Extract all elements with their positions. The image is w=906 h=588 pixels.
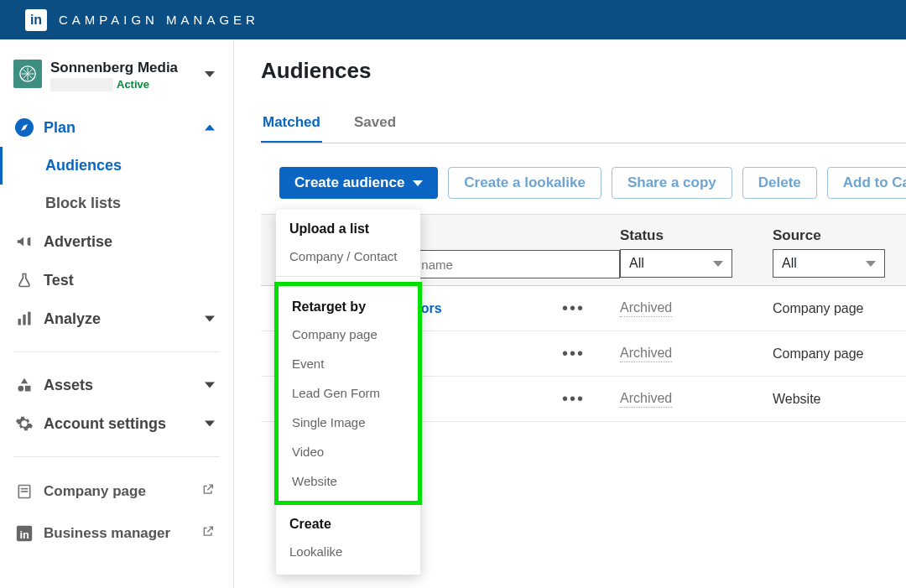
svg-rect-9 <box>21 492 28 493</box>
row-actions-button[interactable]: ••• <box>562 299 585 318</box>
svg-rect-2 <box>18 319 21 325</box>
source-value: Company page <box>773 346 864 361</box>
gear-icon <box>13 413 35 434</box>
external-link-icon <box>201 483 215 501</box>
chevron-down-icon <box>205 316 215 322</box>
account-switcher[interactable]: Sonnenberg Media Active <box>0 55 233 103</box>
status-value: Archived <box>620 346 672 362</box>
account-avatar-icon <box>13 60 42 88</box>
share-copy-button[interactable]: Share a copy <box>612 167 732 199</box>
top-bar: in CAMPAIGN MANAGER <box>0 0 906 39</box>
sidebar-item-account-settings[interactable]: Account settings <box>0 404 233 443</box>
sidebar-company-page-label: Company page <box>44 483 146 500</box>
shapes-icon <box>13 374 35 396</box>
source-value: Website <box>773 392 821 406</box>
chevron-down-icon <box>205 382 215 388</box>
sidebar-advertise-label: Advertise <box>44 233 112 251</box>
dropdown-item-lookalike[interactable]: Lookalike <box>276 537 420 566</box>
svg-point-5 <box>18 386 24 392</box>
tab-matched[interactable]: Matched <box>261 106 322 143</box>
caret-down-icon <box>866 261 876 267</box>
status-value: Archived <box>620 391 672 408</box>
linkedin-logo-icon: in <box>25 9 47 31</box>
status-filter-value: All <box>629 256 644 271</box>
sidebar-item-company-page[interactable]: Company page <box>0 471 233 513</box>
caret-down-icon <box>713 261 723 267</box>
sidebar-business-manager-label: Business manager <box>44 525 170 542</box>
sidebar-item-plan[interactable]: Plan <box>0 108 233 147</box>
action-toolbar: Create audience Create a lookalike Share… <box>261 143 906 214</box>
chevron-down-icon <box>205 421 215 427</box>
account-status: Active <box>117 78 149 91</box>
create-audience-button[interactable]: Create audience <box>279 167 438 199</box>
page-title: Audiences <box>261 58 906 84</box>
status-header: Status <box>620 227 773 244</box>
dropdown-item-company-page[interactable]: Company page <box>279 320 418 349</box>
status-value: Archived <box>620 300 672 317</box>
external-link-icon <box>201 525 215 543</box>
sidebar-analyze-label: Analyze <box>44 310 101 328</box>
row-actions-button[interactable]: ••• <box>562 389 585 408</box>
sidebar-item-test[interactable]: Test <box>0 261 233 299</box>
create-audience-label: Create audience <box>294 174 404 191</box>
source-header: Source <box>773 227 906 244</box>
dropdown-group-retarget: Retarget by <box>279 288 418 320</box>
sidebar-item-block-lists[interactable]: Block lists <box>32 185 233 222</box>
dropdown-item-lead-gen-form[interactable]: Lead Gen Form <box>279 378 418 408</box>
chevron-down-icon <box>205 71 215 77</box>
sidebar-item-business-manager[interactable]: in Business manager <box>0 513 233 554</box>
sidebar-test-label: Test <box>44 272 74 289</box>
divider <box>13 351 220 352</box>
chevron-up-icon <box>205 125 215 131</box>
sidebar-item-assets[interactable]: Assets <box>0 366 233 404</box>
highlight-retarget-section: Retarget by Company page Event Lead Gen … <box>274 282 422 505</box>
bar-chart-icon <box>13 308 35 330</box>
svg-rect-8 <box>21 488 28 490</box>
status-filter-select[interactable]: All <box>620 249 732 278</box>
compass-icon <box>13 117 35 138</box>
flask-icon <box>13 269 35 291</box>
source-value: Company page <box>773 301 864 315</box>
megaphone-icon <box>13 231 35 252</box>
dropdown-group-create: Create <box>276 505 420 537</box>
caret-down-icon <box>413 180 423 186</box>
delete-button[interactable]: Delete <box>742 167 817 199</box>
svg-rect-4 <box>28 312 30 325</box>
dropdown-group-upload: Upload a list <box>276 210 420 242</box>
divider <box>276 276 420 277</box>
tab-saved[interactable]: Saved <box>352 106 398 143</box>
dropdown-item-event[interactable]: Event <box>279 349 418 378</box>
sidebar-assets-label: Assets <box>44 377 93 394</box>
sidebar-account-settings-label: Account settings <box>44 415 166 433</box>
svg-rect-6 <box>25 386 31 392</box>
audience-search-input[interactable] <box>388 250 620 278</box>
app-title: CAMPAIGN MANAGER <box>59 13 259 27</box>
source-filter-select[interactable]: All <box>773 249 885 278</box>
add-to-campaign-button[interactable]: Add to Campaign <box>827 167 906 199</box>
dropdown-item-single-image[interactable]: Single Image <box>279 408 418 437</box>
divider <box>13 456 220 457</box>
sidebar-item-advertise[interactable]: Advertise <box>0 222 233 261</box>
row-actions-button[interactable]: ••• <box>562 344 585 363</box>
dropdown-item-company-contact[interactable]: Company / Contact <box>276 242 420 271</box>
create-audience-dropdown: Upload a list Company / Contact Retarget… <box>276 210 420 575</box>
linkedin-icon: in <box>13 523 35 544</box>
sidebar-plan-label: Plan <box>44 119 76 137</box>
dropdown-item-website[interactable]: Website <box>279 466 418 496</box>
source-filter-value: All <box>782 256 797 271</box>
page-icon <box>13 481 35 502</box>
account-name: Sonnenberg Media <box>50 60 220 76</box>
logo-text: in <box>30 13 42 28</box>
create-lookalike-button[interactable]: Create a lookalike <box>448 167 601 199</box>
sidebar: Sonnenberg Media Active Plan Audiences B… <box>0 39 234 588</box>
svg-text:in: in <box>20 528 30 541</box>
sidebar-item-audiences[interactable]: Audiences <box>32 147 233 185</box>
tab-bar: Matched Saved <box>261 106 906 143</box>
svg-rect-3 <box>23 315 25 325</box>
dropdown-item-video[interactable]: Video <box>279 437 418 466</box>
sidebar-item-analyze[interactable]: Analyze <box>0 299 233 338</box>
account-placeholder <box>50 78 113 91</box>
